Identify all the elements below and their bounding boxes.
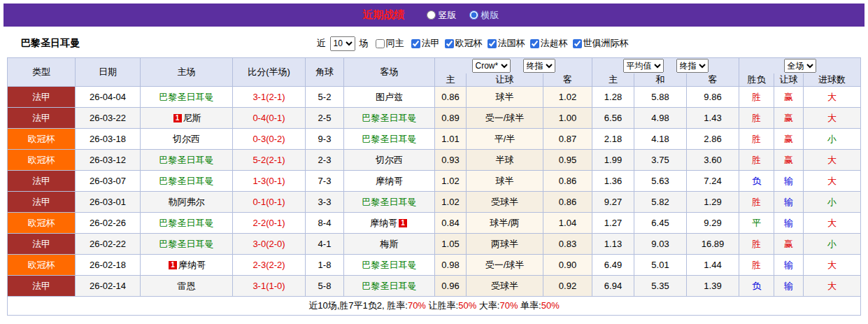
col-avg-away: 客 xyxy=(687,73,739,87)
layout-radio-horizontal-label: 横版 xyxy=(481,9,499,22)
home-team-name: 勒阿弗尔 xyxy=(169,197,205,207)
corner-cell: 2-3 xyxy=(306,150,344,171)
odds-away-cell: 0.83 xyxy=(543,234,592,255)
layout-radio-vertical-input[interactable] xyxy=(427,10,436,20)
recent-label: 近 xyxy=(317,37,326,50)
match-date-cell: 26-02-26 xyxy=(76,213,141,234)
corner-cell: 7-3 xyxy=(306,171,344,192)
odds-home-cell: 0.98 xyxy=(435,255,467,276)
layout-radio-horizontal[interactable]: 横版 xyxy=(469,9,499,22)
corner-cell: 5-8 xyxy=(306,276,344,297)
odds-away-cell: 1.00 xyxy=(543,108,592,129)
corner-cell: 3-3 xyxy=(306,192,344,213)
results-table: 类型 日期 主场 比分(半场) 角球 客场 Crow* 终指 平均值 终指 全场 xyxy=(7,57,861,316)
match-row: 法甲26-03-01勒阿弗尔0-1(0-1)3-3巴黎圣日耳曼1.02受球半0.… xyxy=(8,192,861,213)
odds-handicap-cell: 受球半 xyxy=(467,276,543,297)
same-home-checkbox[interactable] xyxy=(376,39,385,48)
avg-stage-select[interactable]: 终指 xyxy=(676,59,709,73)
match-row: 法甲26-02-22巴黎圣日耳曼3-0(2-0)4-1梅斯1.05两球半0.83… xyxy=(8,234,861,255)
league-filter-item[interactable]: 欧冠杯 xyxy=(445,37,483,50)
odds-away-cell: 0.95 xyxy=(543,150,592,171)
result-cell: 胜 xyxy=(739,129,774,150)
layout-radio-vertical[interactable]: 竖版 xyxy=(427,9,457,22)
league-filter-item[interactable]: 法超杯 xyxy=(530,37,568,50)
away-team-name: 摩纳哥 xyxy=(376,176,403,186)
avg-draw-cell: 3.75 xyxy=(634,150,687,171)
odds-home-cell: 1.05 xyxy=(435,234,467,255)
result-cell: 胜 xyxy=(739,150,774,171)
away-team-cell: 巴黎圣日耳曼 xyxy=(344,192,435,213)
home-team-cell: 巴黎圣日耳曼 xyxy=(141,171,233,192)
red-card-badge: 1 xyxy=(399,219,407,227)
odds-handicap-cell: 球半 xyxy=(467,87,543,108)
summary-text: 70% xyxy=(408,300,426,311)
away-team-cell: 摩纳哥 xyxy=(344,171,435,192)
goals-result-cell: 大 xyxy=(804,213,861,234)
away-team-name: 巴黎圣日耳曼 xyxy=(362,113,417,123)
summary-text: 让胜率: xyxy=(426,300,458,311)
layout-radio-horizontal-input[interactable] xyxy=(469,10,478,20)
league-checkbox[interactable] xyxy=(488,39,497,48)
match-date-cell: 26-03-07 xyxy=(76,171,141,192)
score-cell: 3-1(1-0) xyxy=(233,276,306,297)
odds-handicap-cell: 球半 xyxy=(467,171,543,192)
avg-home-cell: 2.18 xyxy=(592,129,634,150)
score-cell: 2-2(0-1) xyxy=(233,213,306,234)
league-filter-item[interactable]: 法甲 xyxy=(411,37,440,50)
recent-count-select[interactable]: 10 xyxy=(330,36,355,51)
odds-home-cell: 1.02 xyxy=(435,192,467,213)
same-home-label: 同主 xyxy=(386,37,404,50)
avg-home-cell: 1.27 xyxy=(592,213,634,234)
league-checkbox[interactable] xyxy=(411,39,420,48)
match-row: 法甲26-02-14雷恩3-1(1-0)5-8巴黎圣日耳曼0.96受球半0.92… xyxy=(8,276,861,297)
average-header-group: 平均值 终指 xyxy=(592,58,739,73)
odds-home-cell: 0.96 xyxy=(435,276,467,297)
summary-text: 70% xyxy=(499,300,518,311)
league-filter-item[interactable]: 世俱洲际杯 xyxy=(573,37,629,50)
avg-home-cell: 6.56 xyxy=(592,108,634,129)
summary-text: 50% xyxy=(458,300,476,311)
result-cell: 胜 xyxy=(739,87,774,108)
result-cell: 平 xyxy=(739,213,774,234)
away-team-cell: 巴黎圣日耳曼 xyxy=(344,255,435,276)
odds-company-select[interactable]: Crow* xyxy=(472,59,511,73)
odds-stage-select[interactable]: 终指 xyxy=(523,59,555,73)
scope-select[interactable]: 全场 xyxy=(784,59,816,73)
league-filter-group: 法甲欧冠杯法国杯法超杯世俱洲际杯 xyxy=(406,37,629,50)
home-team-cell: 勒阿弗尔 xyxy=(141,192,233,213)
league-label: 法超杯 xyxy=(541,37,568,50)
league-checkbox[interactable] xyxy=(573,39,582,48)
result-cell: 胜 xyxy=(739,234,774,255)
result-cell: 胜 xyxy=(739,255,774,276)
score-cell: 0-1(0-1) xyxy=(233,192,306,213)
league-label: 欧冠杯 xyxy=(455,37,483,50)
avg-draw-cell: 4.98 xyxy=(634,108,687,129)
summary-row: 近10场,胜7平1负2, 胜率:70% 让胜率:50% 大率:70% 单率:50… xyxy=(8,297,861,316)
league-label: 世俱洲际杯 xyxy=(583,37,629,50)
league-checkbox[interactable] xyxy=(530,39,539,48)
match-date-cell: 26-03-12 xyxy=(76,150,141,171)
away-team-cell: 梅斯 xyxy=(344,234,435,255)
same-home-filter-item[interactable]: 同主 xyxy=(376,37,404,50)
league-checkbox[interactable] xyxy=(445,39,454,48)
odds-header-group: Crow* 终指 xyxy=(435,58,592,73)
odds-handicap-cell: 两球半 xyxy=(467,234,543,255)
home-team-name: 巴黎圣日耳曼 xyxy=(159,239,214,249)
home-team-name: 巴黎圣日耳曼 xyxy=(159,176,214,186)
league-type-cell: 欧冠杯 xyxy=(8,255,76,276)
goals-result-cell: 大 xyxy=(804,150,861,171)
avg-type-select[interactable]: 平均值 xyxy=(623,59,664,73)
handicap-result-cell: 赢 xyxy=(774,234,804,255)
league-type-cell: 欧冠杯 xyxy=(8,129,76,150)
away-team-cell: 切尔西 xyxy=(344,150,435,171)
odds-handicap-cell: 平/半 xyxy=(467,129,543,150)
away-team-name: 巴黎圣日耳曼 xyxy=(362,197,417,207)
odds-away-cell: 0.86 xyxy=(543,171,592,192)
avg-home-cell: 1.28 xyxy=(592,87,634,108)
league-type-cell: 法甲 xyxy=(8,171,76,192)
league-filter-item[interactable]: 法国杯 xyxy=(488,37,525,50)
odds-home-cell: 1.01 xyxy=(435,129,467,150)
layout-radio-vertical-label: 竖版 xyxy=(439,9,457,22)
odds-home-cell: 0.86 xyxy=(435,87,467,108)
home-team-cell: 巴黎圣日耳曼 xyxy=(141,150,233,171)
